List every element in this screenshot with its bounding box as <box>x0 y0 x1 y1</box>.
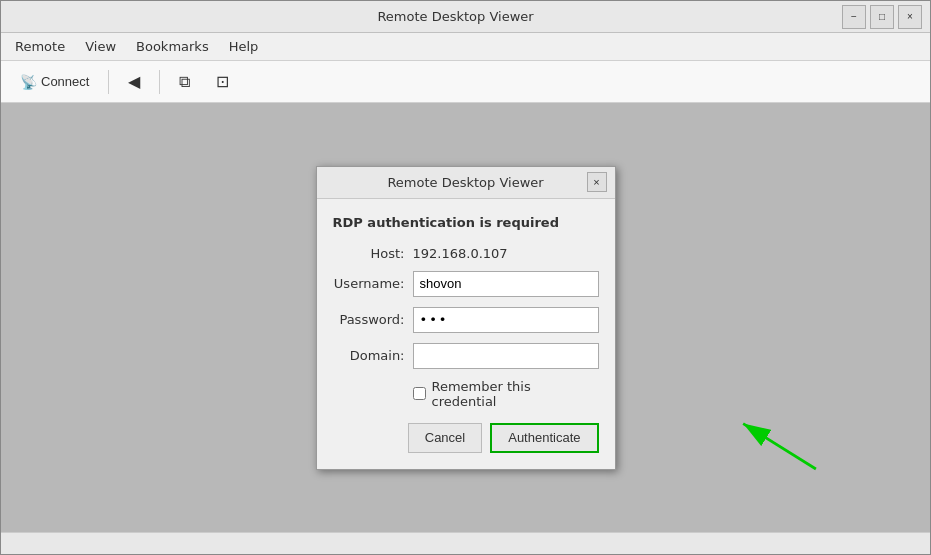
menu-remote[interactable]: Remote <box>5 35 75 58</box>
menu-view[interactable]: View <box>75 35 126 58</box>
dialog-title-bar: Remote Desktop Viewer × <box>317 167 615 199</box>
connect-button[interactable]: Connect <box>9 66 100 98</box>
app-title: Remote Desktop Viewer <box>69 9 842 24</box>
menu-bookmarks[interactable]: Bookmarks <box>126 35 219 58</box>
dialog-title: Remote Desktop Viewer <box>345 175 587 190</box>
remember-row: Remember this credential <box>413 379 599 409</box>
toolbar-separator-1 <box>108 70 109 94</box>
green-arrow-icon <box>725 414 825 474</box>
app-window: Remote Desktop Viewer − □ × Remote View … <box>0 0 931 555</box>
username-row: Username: <box>333 271 599 297</box>
remember-label[interactable]: Remember this credential <box>432 379 599 409</box>
host-row: Host: 192.168.0.107 <box>333 246 599 261</box>
domain-input[interactable] <box>413 343 599 369</box>
toolbar: Connect ◀ ⧉ ⊡ <box>1 61 930 103</box>
dialog-close-button[interactable]: × <box>587 172 607 192</box>
minimize-button[interactable]: − <box>842 5 866 29</box>
connect-icon <box>20 73 37 91</box>
password-label: Password: <box>333 312 413 327</box>
cancel-button[interactable]: Cancel <box>408 423 482 453</box>
menu-bar: Remote View Bookmarks Help <box>1 33 930 61</box>
username-label: Username: <box>333 276 413 291</box>
svg-line-1 <box>743 424 816 469</box>
toolbar-window-button[interactable]: ⧉ <box>168 66 201 98</box>
arrow-annotation <box>725 414 825 477</box>
window-icon: ⧉ <box>179 73 190 91</box>
toolbar-screenshot-button[interactable]: ⊡ <box>205 66 240 98</box>
password-input[interactable] <box>413 307 599 333</box>
content-area: Remote Desktop Viewer × RDP authenticati… <box>1 103 930 532</box>
back-icon: ◀ <box>128 72 140 91</box>
remember-checkbox[interactable] <box>413 387 426 400</box>
domain-row: Domain: <box>333 343 599 369</box>
maximize-button[interactable]: □ <box>870 5 894 29</box>
password-row: Password: <box>333 307 599 333</box>
dialog-buttons: Cancel Authenticate <box>333 423 599 457</box>
authenticate-button[interactable]: Authenticate <box>490 423 598 453</box>
connect-label: Connect <box>41 74 89 89</box>
dialog-header: RDP authentication is required <box>333 215 599 230</box>
title-bar: Remote Desktop Viewer − □ × <box>1 1 930 33</box>
host-value: 192.168.0.107 <box>413 246 508 261</box>
status-bar <box>1 532 930 554</box>
close-button[interactable]: × <box>898 5 922 29</box>
menu-help[interactable]: Help <box>219 35 269 58</box>
toolbar-separator-2 <box>159 70 160 94</box>
domain-label: Domain: <box>333 348 413 363</box>
dialog-body: RDP authentication is required Host: 192… <box>317 199 615 469</box>
toolbar-back-button[interactable]: ◀ <box>117 66 151 98</box>
screenshot-icon: ⊡ <box>216 72 229 91</box>
host-label: Host: <box>333 246 413 261</box>
auth-dialog: Remote Desktop Viewer × RDP authenticati… <box>316 166 616 470</box>
window-controls: − □ × <box>842 5 922 29</box>
username-input[interactable] <box>413 271 599 297</box>
